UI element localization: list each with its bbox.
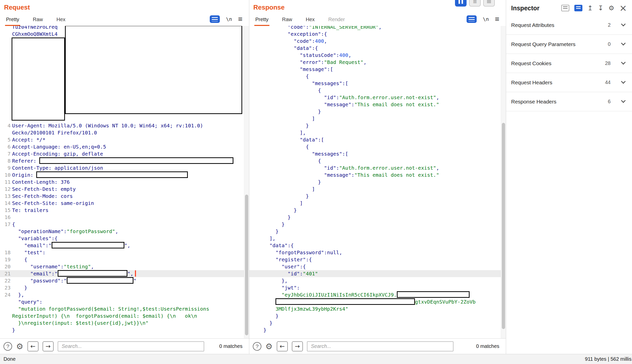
tab-raw[interactable]: Raw (281, 14, 293, 26)
code-line[interactable]: 18 "test": (0, 249, 249, 256)
search-next-button[interactable]: → (292, 341, 303, 351)
inspector-section-request-query-parameters[interactable]: Request Query Parameters0 (506, 35, 632, 54)
code-line[interactable]: "variables":{ (0, 235, 249, 242)
show-newlines-toggle[interactable]: \n (226, 16, 232, 22)
tab-pretty[interactable]: Pretty (254, 14, 269, 26)
code-line[interactable]: 23 } (0, 284, 249, 291)
code-line[interactable]: } (249, 214, 506, 221)
code-line[interactable]: "exception":{ (249, 30, 506, 38)
code-line[interactable]: "code":400, (249, 38, 506, 45)
code-line[interactable]: 11Content-Length: 376 (0, 178, 249, 186)
inspector-section-request-cookies[interactable]: Request Cookies28 (506, 54, 632, 73)
inspector-section-request-headers[interactable]: Request Headers44 (506, 73, 632, 92)
layout-columns-icon[interactable] (455, 0, 467, 7)
vertical-scrollbar[interactable] (501, 26, 506, 338)
code-line[interactable]: } (249, 108, 506, 115)
word-wrap-icon[interactable] (210, 15, 220, 23)
code-line[interactable]: } (249, 221, 506, 228)
code-line[interactable]: gtxvDEqnSVuPbY-2ZoVb (249, 298, 506, 305)
search-prev-button[interactable]: ← (27, 341, 39, 351)
search-input[interactable] (307, 341, 453, 351)
code-line[interactable]: "register":{ (249, 256, 506, 263)
code-line[interactable]: 22 "password":"" (0, 277, 249, 284)
vertical-scrollbar[interactable] (244, 26, 249, 338)
code-line[interactable]: "jwt": (249, 284, 506, 291)
code-line[interactable]: "code":"INTERNAL_SERVER_ERROR", (249, 26, 506, 30)
tab-pretty[interactable]: Pretty (5, 14, 20, 26)
code-line[interactable]: "data":{ (249, 242, 506, 249)
code-line[interactable]: "operationName":"forgotPassword", (0, 228, 249, 235)
word-wrap-icon[interactable] (467, 15, 477, 23)
code-line[interactable]: { (249, 87, 506, 94)
tab-hex[interactable]: Hex (55, 14, 66, 26)
code-line[interactable]: } (0, 326, 249, 334)
code-line[interactable]: 14Sec-Fetch-Site: same-origin (0, 200, 249, 207)
code-line[interactable]: ] (249, 200, 506, 207)
code-line[interactable]: "email":"", (0, 242, 249, 249)
code-line[interactable]: "data":{ (249, 45, 506, 52)
code-line[interactable]: "id":"Auth.form.error.user.not-exist", (249, 94, 506, 101)
code-line[interactable]: "eyJhbGciOiJIUzI1NiIsInR5cCI6IkpXVCJ9. (249, 291, 506, 298)
code-line[interactable]: ] (249, 186, 506, 193)
inspector-dock-active-icon[interactable] (574, 5, 582, 11)
code-line[interactable]: } (249, 193, 506, 200)
layout-single-icon[interactable] (483, 0, 495, 7)
code-line[interactable]: "statusCode":400, (249, 52, 506, 59)
code-line[interactable]: RegisterInput!) {\n forgotPassword(email… (0, 312, 249, 319)
scrollbar-thumb[interactable] (245, 195, 248, 335)
code-line[interactable]: "error":"Bad Request", (249, 59, 506, 66)
code-line[interactable]: ] (249, 115, 506, 122)
code-line[interactable]: 21 "email":"", (0, 270, 249, 277)
code-line[interactable]: } (249, 207, 506, 214)
code-line[interactable]: { (249, 73, 506, 80)
code-line[interactable]: 24 }, (0, 291, 249, 298)
response-editor[interactable]: "code":"INTERNAL_SERVER_ERROR", "excepti… (249, 26, 506, 338)
hamburger-menu-icon[interactable]: ≡ (495, 15, 499, 23)
inspector-section-request-attributes[interactable]: Request Attributes2 (506, 16, 632, 35)
code-line[interactable]: } (249, 319, 506, 326)
settings-gear-icon[interactable]: ⚙ (265, 342, 273, 350)
help-icon[interactable]: ? (4, 342, 12, 351)
settings-gear-icon[interactable]: ⚙ (16, 342, 23, 350)
code-line[interactable]: 4User-Agent: Mozilla/5.0 (Windows NT 10.… (0, 122, 249, 129)
inspector-section-response-headers[interactable]: Response Headers6 (506, 92, 632, 111)
code-line[interactable]: "messages":[ (249, 80, 506, 87)
tab-hex[interactable]: Hex (305, 14, 316, 26)
code-line[interactable]: 16 (0, 214, 249, 221)
search-prev-button[interactable]: ← (277, 341, 288, 351)
code-line[interactable]: 20 "username":"testing", (0, 263, 249, 270)
code-line[interactable]: { (249, 143, 506, 150)
tab-render[interactable]: Render (327, 14, 346, 26)
code-line[interactable]: } (249, 326, 506, 334)
layout-rows-icon[interactable]: ≡ (469, 0, 481, 7)
code-line[interactable]: "message":"This email does not exist." (249, 171, 506, 178)
code-line[interactable]: 12Sec-Fetch-Dest: empty (0, 186, 249, 193)
code-line[interactable]: 19 { (0, 256, 249, 263)
code-line[interactable]: "id":"Auth.form.error.user.not-exist", (249, 164, 506, 171)
code-line[interactable]: } (249, 228, 506, 235)
code-line[interactable]: }\nregister(input: $test){user{id},jwt}}… (0, 319, 249, 326)
help-icon[interactable]: ? (253, 342, 261, 351)
close-inspector-icon[interactable]: × (619, 4, 627, 13)
inspector-dock-icon[interactable] (561, 5, 569, 11)
code-line[interactable]: 17{ (0, 221, 249, 228)
code-line[interactable]: }, (249, 277, 506, 284)
code-line[interactable]: } (249, 178, 506, 186)
tab-raw[interactable]: Raw (32, 14, 44, 26)
request-editor[interactable]: Tuz04fNezPoLreq CGhxmOoQ8WXmtL4 4User-Ag… (0, 26, 249, 338)
code-line[interactable]: "data":[ (249, 136, 506, 143)
scrollbar-thumb[interactable] (502, 123, 505, 329)
code-line[interactable]: "messages":[ (249, 150, 506, 157)
show-newlines-toggle[interactable]: \n (483, 16, 489, 22)
search-next-button[interactable]: → (43, 341, 54, 351)
code-line[interactable]: Gecko/20100101 Firefox/101.0 (0, 129, 249, 136)
code-line[interactable]: "mutation forgotPassword($email: String!… (0, 305, 249, 312)
expand-all-icon[interactable]: ↧ (598, 5, 604, 11)
code-line[interactable]: } (249, 122, 506, 129)
hamburger-menu-icon[interactable]: ≡ (238, 15, 242, 23)
code-line[interactable]: "forgotPassword":null, (249, 249, 506, 256)
code-line[interactable]: "user":{ (249, 263, 506, 270)
code-line[interactable]: 7Accept-Encoding: gzip, deflate (0, 150, 249, 157)
code-line[interactable]: "id":"401" (249, 270, 506, 277)
code-line[interactable]: "message":[ (249, 66, 506, 73)
